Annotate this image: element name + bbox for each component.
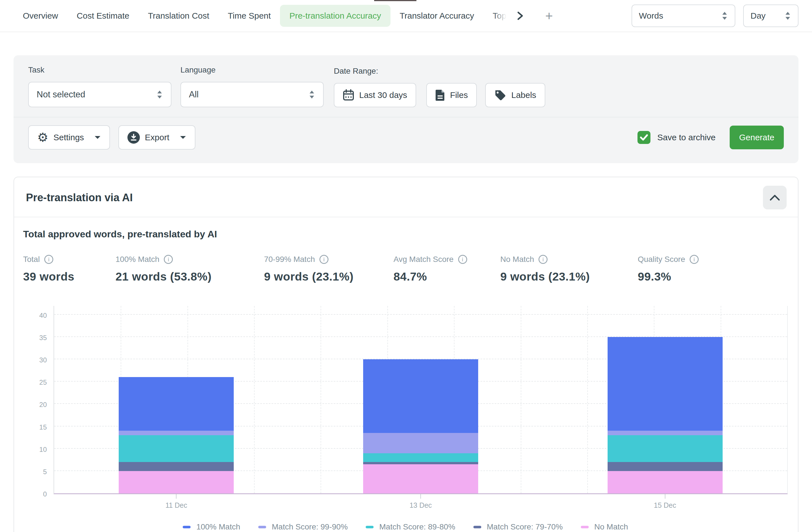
save-to-archive-checkbox[interactable]	[637, 131, 650, 144]
card-title: Pre-translation via AI	[26, 192, 133, 204]
files-button-label: Files	[450, 90, 468, 100]
y-axis-labels: 0510152025303540	[23, 306, 54, 494]
tab-cost-estimate[interactable]: Cost Estimate	[68, 5, 139, 27]
date-range-value: Last 30 days	[359, 90, 407, 100]
bar-segment-match-score-79-70-[interactable]	[363, 462, 478, 464]
x-tick-label: 11 Dec	[165, 501, 187, 509]
check-icon	[640, 134, 648, 141]
tab-translator-accuracy[interactable]: Translator Accuracy	[391, 5, 483, 27]
stat-label: No Match	[501, 255, 534, 264]
stat-label: 70-99% Match	[264, 255, 315, 264]
legend-item-100-match[interactable]: 100% Match	[183, 522, 240, 531]
stat-no-match: No Matchi9 words (23.1%)	[501, 255, 590, 283]
select-updown-icon	[784, 11, 791, 21]
export-dropdown-button[interactable]: Export	[118, 125, 195, 150]
tag-icon	[494, 89, 506, 101]
generate-button[interactable]: Generate	[730, 126, 784, 149]
x-tick	[420, 494, 421, 499]
stat-label: Avg Match Score	[394, 255, 454, 264]
stat-100-match: 100% Matchi21 words (53.8%)	[116, 255, 212, 283]
bar-segment-no-match[interactable]	[363, 464, 478, 493]
tab-top[interactable]: Top	[483, 5, 506, 27]
period-select-value: Day	[751, 11, 766, 20]
bar-13-dec[interactable]	[363, 359, 478, 493]
legend-label: Match Score: 99-90%	[272, 522, 348, 531]
bar-segment-match-score-99-90-[interactable]	[608, 431, 723, 435]
gear-icon: ⚙	[37, 131, 48, 144]
bar-segment-match-score-89-80-[interactable]	[119, 435, 234, 462]
bar-segment-100-match[interactable]	[608, 337, 723, 431]
collapse-card-button[interactable]	[763, 186, 787, 209]
calendar-icon	[343, 89, 354, 101]
bar-segment-100-match[interactable]	[119, 377, 234, 431]
caret-down-icon	[94, 135, 101, 140]
info-icon[interactable]: i	[164, 255, 173, 264]
legend-item-match-score-89-80-[interactable]: Match Score: 89-80%	[366, 522, 455, 531]
tabs-overflow-chevron-right-icon[interactable]	[514, 7, 527, 24]
tab-translation-cost[interactable]: Translation Cost	[139, 5, 218, 27]
v-gridline	[587, 306, 588, 493]
bar-segment-match-score-89-80-[interactable]	[608, 435, 723, 462]
legend-item-match-score-99-90-[interactable]: Match Score: 99-90%	[258, 522, 348, 531]
tab-overview[interactable]: Overview	[14, 5, 68, 27]
language-label: Language	[180, 66, 324, 74]
bar-15-dec[interactable]	[608, 337, 723, 493]
bar-segment-match-score-79-70-[interactable]	[119, 462, 234, 471]
v-gridline	[254, 306, 255, 493]
select-updown-icon	[721, 11, 728, 21]
bar-segment-100-match[interactable]	[363, 359, 478, 433]
bar-11-dec[interactable]	[119, 377, 234, 493]
settings-dropdown-button[interactable]: ⚙ Settings	[28, 125, 110, 150]
unit-select-value: Words	[639, 11, 663, 20]
chevron-up-icon	[769, 194, 780, 201]
legend-label: 100% Match	[196, 522, 240, 531]
pretranslation-card: Pre-translation via AI Total approved wo…	[14, 177, 798, 532]
stat-label: 100% Match	[116, 255, 160, 264]
v-gridline	[321, 306, 321, 493]
files-filter-button[interactable]: Files	[426, 83, 477, 107]
select-updown-icon	[308, 89, 315, 100]
add-tab-button[interactable]: +	[545, 9, 553, 22]
stat-avg-match-score: Avg Match Scorei84.7%	[394, 255, 467, 283]
task-select[interactable]: Not selected	[28, 82, 171, 107]
bar-segment-match-score-99-90-[interactable]	[363, 433, 478, 453]
h-gridline	[54, 314, 787, 315]
x-tick-label: 13 Dec	[409, 501, 432, 509]
plot-area: 11 Dec13 Dec15 Dec	[54, 306, 788, 494]
bar-segment-match-score-79-70-[interactable]	[608, 462, 723, 471]
save-to-archive-toggle[interactable]: Save to archive	[637, 131, 715, 144]
bar-segment-match-score-99-90-[interactable]	[119, 431, 234, 435]
date-range-button[interactable]: Last 30 days	[334, 83, 416, 107]
stat-value: 39 words	[23, 270, 74, 283]
x-tick-label: 15 Dec	[654, 501, 676, 509]
language-select[interactable]: All	[180, 82, 324, 107]
info-icon[interactable]: i	[319, 255, 329, 264]
info-icon[interactable]: i	[44, 255, 53, 264]
bar-segment-no-match[interactable]	[119, 471, 234, 493]
x-tick	[665, 494, 665, 499]
info-icon[interactable]: i	[690, 255, 699, 264]
tab-pre-translation-accuracy[interactable]: Pre-translation Accuracy	[280, 5, 390, 27]
legend-item-match-score-79-70-[interactable]: Match Score: 79-70%	[474, 522, 563, 531]
chart: 0510152025303540 11 Dec13 Dec15 Dec	[23, 306, 788, 494]
info-icon[interactable]: i	[538, 255, 548, 264]
bar-segment-match-score-89-80-[interactable]	[363, 453, 478, 462]
bar-segment-no-match[interactable]	[608, 471, 723, 493]
info-icon[interactable]: i	[458, 255, 467, 264]
stat-label: Quality Score	[638, 255, 685, 264]
period-select[interactable]: Day	[743, 4, 798, 27]
date-range-label: Date Range:	[334, 67, 545, 76]
legend-dash-icon	[366, 526, 374, 528]
legend-dash-icon	[581, 526, 589, 528]
report-tab-bar: OverviewCost EstimateTranslation CostTim…	[0, 0, 812, 32]
tab-time-spent[interactable]: Time Spent	[218, 5, 280, 27]
export-button-label: Export	[145, 132, 170, 142]
stat-value: 9 words (23.1%)	[264, 270, 353, 283]
report-page: { "topbar": { "tabs": [ {"label": "Overv…	[0, 0, 812, 532]
labels-filter-button[interactable]: Labels	[485, 83, 545, 107]
select-updown-icon	[156, 89, 163, 100]
legend-item-no-match[interactable]: No Match	[581, 522, 628, 531]
legend-dash-icon	[258, 526, 266, 528]
unit-select[interactable]: Words	[632, 4, 735, 27]
stat-total: Totali39 words	[23, 255, 74, 283]
